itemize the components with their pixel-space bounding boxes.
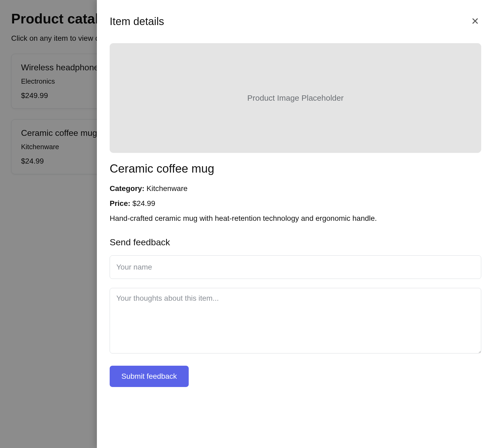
category-value: Kitchenware [146,184,187,193]
price-line: Price: $24.99 [110,199,481,208]
submit-feedback-button[interactable]: Submit feedback [110,366,189,387]
category-line: Category: Kitchenware [110,184,481,193]
close-icon: ✕ [471,16,479,27]
close-button[interactable]: ✕ [469,14,481,28]
image-placeholder-text: Product Image Placeholder [247,93,344,103]
product-image-placeholder: Product Image Placeholder [110,43,481,153]
feedback-thoughts-textarea[interactable] [110,288,481,353]
price-label: Price: [110,199,130,207]
feedback-heading: Send feedback [110,237,481,247]
category-label: Category: [110,184,145,193]
drawer-header: Item details ✕ [110,14,481,28]
product-description: Hand-crafted ceramic mug with heat-reten… [110,214,481,223]
drawer-title: Item details [110,15,164,27]
price-value: $24.99 [133,199,155,207]
product-name: Ceramic coffee mug [110,162,481,175]
feedback-section: Send feedback Submit feedback [110,237,481,387]
feedback-name-input[interactable] [110,255,481,279]
item-details-drawer: Item details ✕ Product Image Placeholder… [97,0,494,448]
